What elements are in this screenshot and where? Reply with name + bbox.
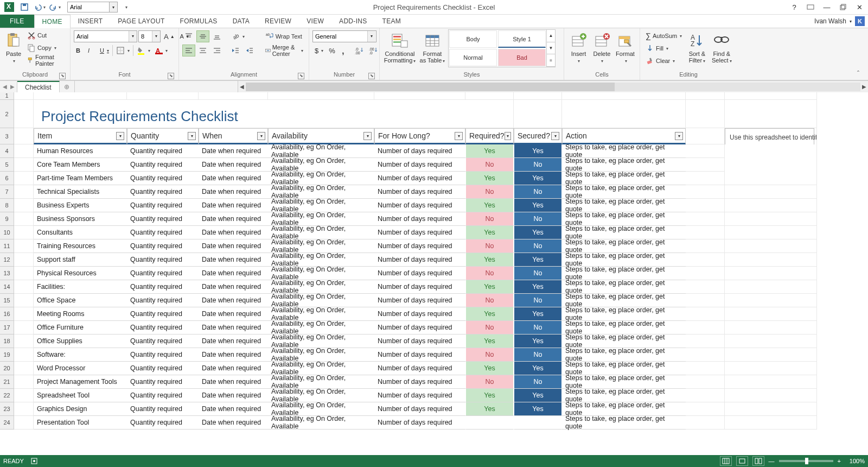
row-header[interactable]: 6 [0,172,14,185]
cell[interactable] [686,226,725,239]
table-cell[interactable]: Quantity required [127,158,199,172]
table-cell[interactable]: Quantity required [127,402,199,416]
table-cell[interactable]: Quantity required [127,321,199,335]
filter-icon[interactable]: ▾ [505,132,511,140]
table-cell[interactable]: Quantity required [127,226,199,239]
copy-button[interactable]: Copy▾ [25,42,67,54]
user-avatar[interactable]: K [855,16,865,26]
cell[interactable] [14,307,34,321]
font-name-combo[interactable]: ▾ [74,30,137,42]
normal-view-icon[interactable] [720,456,732,466]
qat-font-dropdown-icon[interactable]: ▾ [110,2,118,12]
table-cell[interactable]: Office Space [34,294,127,307]
cell[interactable] [725,402,817,416]
row-header[interactable]: 16 [0,307,14,321]
cell[interactable] [14,321,34,335]
filter-icon[interactable]: ▾ [363,132,372,140]
tab-page-layout[interactable]: PAGE LAYOUT [110,15,172,28]
cell[interactable] [686,348,725,362]
table-cell[interactable]: Yes [465,172,514,185]
accounting-format-icon[interactable]: $▾ [312,45,326,56]
table-cell[interactable]: No [514,267,562,280]
table-cell[interactable]: Number of days required [374,307,465,321]
table-cell[interactable]: Steps to take, eg place order, get quote [562,185,686,199]
cell[interactable] [725,375,817,389]
filter-icon[interactable]: ▾ [675,132,683,140]
table-cell[interactable]: Training Resources [34,239,127,253]
table-cell[interactable]: Meeting Rooms [34,307,127,321]
cell[interactable] [14,91,34,100]
row-header[interactable]: 23 [0,402,14,416]
table-cell[interactable]: Date when required [199,185,268,199]
tab-insert[interactable]: INSERT [71,15,111,28]
table-cell[interactable]: Availability, eg On Order, Available [268,389,374,402]
number-dialog-icon[interactable]: ⬊ [368,73,375,79]
cell[interactable] [199,100,268,128]
cell[interactable] [725,226,817,239]
gallery-down-icon[interactable]: ▼ [547,42,555,55]
table-cell[interactable]: Steps to take, eg place order, get quote [562,335,686,348]
table-cell[interactable]: Availability, eg On Order, Available [268,212,374,226]
table-cell[interactable]: Yes [465,199,514,212]
table-cell[interactable]: Quantity required [127,375,199,389]
table-header[interactable]: Quantity▾ [127,128,199,144]
font-size-combo[interactable]: ▾ [138,30,161,42]
table-cell[interactable]: Steps to take, eg place order, get quote [562,294,686,307]
cell[interactable] [34,91,127,100]
table-cell[interactable]: Number of days required [374,267,465,280]
row-header[interactable]: 1 [0,91,14,100]
table-cell[interactable]: Support staff [34,253,127,267]
cell[interactable] [725,280,817,294]
restore-icon[interactable] [835,1,851,13]
row-header[interactable]: 17 [0,321,14,335]
table-cell[interactable]: Number of days required [374,375,465,389]
table-cell[interactable]: Yes [465,389,514,402]
table-cell[interactable]: No [465,212,514,226]
autosum-button[interactable]: ∑AutoSum▾ [643,30,684,42]
table-cell[interactable]: Number of days required [374,199,465,212]
cell[interactable] [14,128,34,144]
table-cell[interactable]: Yes [465,280,514,294]
table-cell[interactable]: Number of days required [374,416,465,430]
table-cell[interactable]: Number of days required [374,144,465,158]
cell[interactable] [725,321,817,335]
table-cell[interactable]: Yes [514,307,562,321]
table-cell[interactable]: Number of days required [374,280,465,294]
tab-addins[interactable]: ADD-INS [331,15,374,28]
table-cell[interactable]: Availability, eg On Order, Available [268,185,374,199]
table-cell[interactable]: No [514,348,562,362]
increase-indent-icon[interactable] [243,45,256,56]
cell[interactable] [686,199,725,212]
row-header[interactable]: 2 [0,100,14,128]
row-header[interactable]: 14 [0,280,14,294]
table-cell[interactable]: Yes [465,307,514,321]
cell[interactable] [725,416,817,430]
table-header[interactable]: Availability▾ [268,128,374,144]
page-break-view-icon[interactable] [752,456,764,466]
cell[interactable] [14,416,34,430]
gallery-more-icon[interactable]: ≡ [547,54,555,67]
cell[interactable] [686,402,725,416]
table-cell[interactable]: Steps to take, eg place order, get quote [562,321,686,335]
row-header[interactable]: 7 [0,185,14,199]
table-cell[interactable]: Quantity required [127,239,199,253]
table-cell[interactable]: No [514,185,562,199]
table-cell[interactable]: Date when required [199,239,268,253]
table-cell[interactable]: Core Team Members [34,158,127,172]
number-format-combo[interactable]: ▾ [312,30,376,42]
table-cell[interactable]: Date when required [199,294,268,307]
table-cell[interactable]: No [465,294,514,307]
wrap-text-button[interactable]: abWrap Text [263,30,305,42]
cell[interactable] [725,267,817,280]
minimize-icon[interactable]: ― [819,1,834,13]
table-cell[interactable]: Date when required [199,158,268,172]
cell[interactable] [562,91,686,100]
tab-file[interactable]: FILE [0,15,34,28]
table-cell[interactable]: Date when required [199,172,268,185]
table-cell[interactable]: Technical Specialists [34,185,127,199]
cell[interactable] [562,100,686,128]
table-cell[interactable]: Quantity required [127,267,199,280]
table-cell[interactable]: Steps to take, eg place order, get quote [562,226,686,239]
underline-button[interactable]: U▾ [98,45,111,56]
table-cell[interactable]: Yes [514,199,562,212]
